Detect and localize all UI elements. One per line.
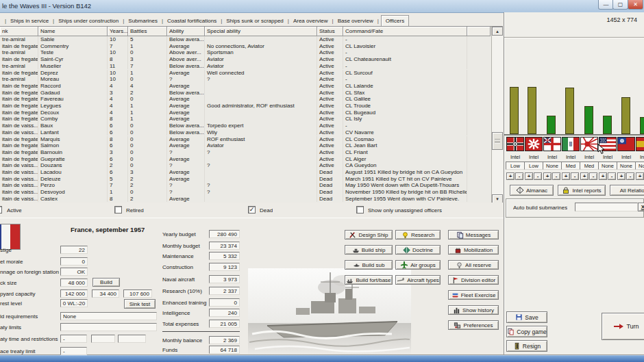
flag-red-star[interactable]	[525, 137, 543, 151]
copy-game-button[interactable]: Copy game	[506, 326, 547, 337]
flag-spain[interactable]	[636, 137, 644, 151]
flag-roc[interactable]	[617, 137, 635, 151]
turn-button[interactable]: Turn	[602, 313, 644, 340]
officer-row[interactable]: itain de vaiss...Baux60Below avera...Tor…	[0, 122, 491, 129]
design-ship-button[interactable]: Design Ship	[345, 230, 393, 240]
intel-plus-button[interactable]: +	[617, 172, 626, 180]
build-ship-button[interactable]: Build ship	[345, 245, 393, 255]
almanac-button[interactable]: Almanac	[510, 185, 554, 196]
officer-row[interactable]: itain de vaiss...Lacadou63AverageDeadAug…	[0, 169, 491, 176]
resign-button[interactable]: Resign	[506, 340, 547, 352]
officer-row[interactable]: itain de fregateCommentry71AverageNo con…	[0, 43, 491, 50]
flag-white-ensign[interactable]	[543, 137, 561, 151]
build-fort-base-button[interactable]: Build fort/base	[345, 275, 393, 285]
intel-plus-button[interactable]: +	[506, 172, 515, 180]
intel-reports-button[interactable]: Intel reports	[558, 185, 606, 196]
officer-row[interactable]: itain de fregateBarnouin30??ActiveCL Fri…	[0, 149, 491, 156]
officer-row[interactable]: itain de fregateRaccord44AverageActiveCL…	[0, 83, 491, 90]
tab-officers[interactable]: Officers	[381, 15, 409, 26]
intel-minus-button[interactable]: -	[571, 172, 579, 180]
checkbox-unassigned[interactable]	[356, 206, 364, 214]
intel-plus-button[interactable]: +	[580, 172, 589, 180]
tab-ships-under-construction[interactable]: Ships under construction	[56, 16, 121, 26]
table-scrollbar[interactable]: ▲ ▼	[491, 27, 503, 203]
officer-row[interactable]: itain de fregateMarquis80AverageROF enth…	[0, 136, 491, 143]
intel-plus-button[interactable]: +	[599, 172, 607, 180]
intel-plus-button[interactable]: +	[543, 172, 552, 180]
flag-japan[interactable]	[580, 137, 598, 151]
officer-row[interactable]: itain de fregateGuepratte60AverageActive…	[0, 156, 491, 163]
officer-row[interactable]: itain de fregateComby81AverageActiveCL I…	[0, 116, 491, 122]
officer-row[interactable]: itain de fregateLeygues41AverageGood adm…	[0, 103, 491, 109]
intel-plus-button[interactable]: +	[525, 172, 533, 180]
save-button[interactable]: Save	[506, 311, 547, 323]
air-groups-button[interactable]: Air groups	[395, 260, 441, 270]
officer-row[interactable]: itain de vaiss...Lanfant60Below avera...…	[0, 129, 491, 136]
intel-minus-button[interactable]: -	[626, 172, 634, 180]
checkbox-retired[interactable]	[114, 206, 122, 214]
intel-minus-button[interactable]: -	[552, 172, 560, 180]
doctrine-button[interactable]: Doctrine	[395, 245, 441, 255]
officer-row[interactable]: itain de vaiss...Perzo72??DeadMay 1950 W…	[0, 182, 491, 189]
intel-minus-button[interactable]: -	[608, 172, 616, 180]
all-relation-button[interactable]: All Relation	[610, 185, 644, 196]
checkbox-dead[interactable]: ✓	[248, 206, 256, 214]
messages-button[interactable]: Messages	[448, 230, 499, 240]
show-history-button[interactable]: Show history	[448, 305, 499, 315]
mobilization-button[interactable]: Mobilization	[448, 245, 499, 255]
officer-row[interactable]: tre-amiralMuselier117Below avera...Aviat…	[0, 63, 491, 70]
officer-row[interactable]: itain de vaiss...Deleuze52AverageDeadMar…	[0, 176, 491, 183]
fleet-exercise-button[interactable]: Fleet Exercise	[448, 290, 499, 300]
checkbox-active[interactable]: ✓	[0, 206, 2, 214]
officer-row[interactable]: itain de fregateGadaud32Below avera...Ac…	[0, 90, 491, 96]
maximize-button[interactable]: ▢	[612, 0, 628, 10]
tab-submarines[interactable]: Submarines	[126, 16, 160, 26]
close-button[interactable]: ✕	[628, 0, 643, 10]
officer-row[interactable]: itain de vaiss...Douzans20??ActiveCA Gue…	[0, 162, 491, 169]
tab-ships-sunk-or-scrapped[interactable]: Ships sunk or scrapped	[224, 16, 286, 26]
intel-minus-button[interactable]: -	[534, 172, 542, 180]
minimize-button[interactable]: —	[598, 0, 614, 10]
intel-minus-button[interactable]: -	[589, 172, 597, 180]
tab-ships-in-service[interactable]: Ships in service	[8, 16, 51, 26]
column-header-Battles[interactable]: Battles	[128, 27, 167, 36]
officer-row[interactable]: itain de fregateDeprez101AverageWell con…	[0, 70, 491, 77]
intel-plus-button[interactable]: +	[562, 172, 570, 180]
tab-coastal-fortifications[interactable]: Coastal fortifications	[165, 16, 219, 26]
division-editor-button[interactable]: Division editor	[448, 275, 499, 285]
column-header-Years...[interactable]: Years...	[108, 27, 128, 36]
research-button[interactable]: Research	[395, 230, 441, 240]
build-sub-button[interactable]: Build sub	[345, 260, 393, 270]
intel-plus-button[interactable]: +	[636, 172, 644, 180]
officer-row[interactable]: itain de fregateSaint-Cyr83Above aver...…	[0, 56, 491, 63]
column-header-Ability[interactable]: Ability	[167, 27, 205, 36]
officer-row[interactable]: tre-amiralSable105Below avera...Active-	[0, 36, 491, 43]
officer-row[interactable]: itain de vaiss...Castex82AverageDeadSept…	[0, 196, 491, 203]
tab-base-overview[interactable]: Base overview	[336, 16, 375, 26]
officer-row[interactable]: tre-amiralTeste100Above aver...Sportsman…	[0, 49, 491, 56]
scroll-up-button[interactable]: ▲	[492, 27, 503, 36]
build-button[interactable]: Build	[92, 278, 120, 287]
column-header-Special ability[interactable]: Special ability	[205, 27, 317, 36]
auto-build-close-button[interactable]: X	[638, 203, 644, 211]
column-header-nk[interactable]: nk	[0, 27, 38, 36]
scrollbar-thumb[interactable]	[492, 132, 503, 150]
column-header-Status[interactable]: Status	[317, 27, 343, 36]
column-header-Name[interactable]: Name	[38, 27, 108, 36]
all-reserve-button[interactable]: All reserve	[448, 260, 499, 270]
preferences-button[interactable]: Preferences	[448, 320, 499, 330]
officer-row[interactable]: itain de fregateFavereau40AverageActiveC…	[0, 96, 491, 103]
officer-row[interactable]: itain de vaiss...Desvoyod10??DeadNovembe…	[0, 189, 491, 196]
auto-build-input[interactable]	[575, 203, 638, 211]
flag-germany[interactable]	[506, 137, 524, 151]
aircraft-types-button[interactable]: Aircraft types	[395, 275, 441, 285]
intel-minus-button[interactable]: -	[515, 172, 523, 180]
column-header-Command/Fate[interactable]: Command/Fate	[343, 27, 467, 36]
column-header-spacer[interactable]	[467, 27, 491, 36]
flag-italy[interactable]	[562, 137, 580, 151]
officer-row[interactable]: itain de fregateSalmon60AverageAviatorAc…	[0, 142, 491, 149]
officer-row[interactable]: itain de fregateDecoux41AverageActiveCL …	[0, 109, 491, 116]
sink-test-button[interactable]: Sink test	[124, 299, 156, 309]
officer-row[interactable]: tre-amiralMoreau100??Active-	[0, 76, 491, 83]
tab-area-overview[interactable]: Area overview	[291, 16, 330, 26]
